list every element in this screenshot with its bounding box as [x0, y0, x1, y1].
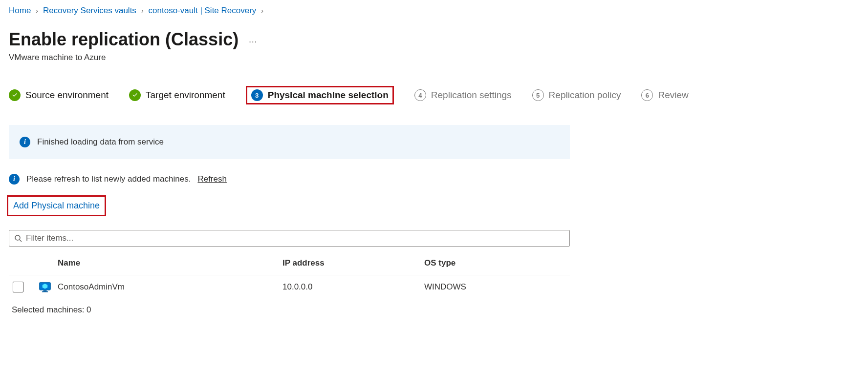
refresh-text: Please refresh to list newly added machi…	[26, 174, 191, 184]
breadcrumb-vaults[interactable]: Recovery Services vaults	[43, 6, 136, 16]
add-physical-machine-link[interactable]: Add Physical machine	[13, 201, 100, 210]
filter-input[interactable]	[26, 233, 564, 243]
step-target-environment[interactable]: Target environment	[129, 89, 225, 101]
step-number-icon: 5	[532, 89, 544, 101]
table-header: Name IP address OS type	[9, 251, 570, 275]
more-actions-button[interactable]: …	[248, 35, 258, 45]
refresh-link[interactable]: Refresh	[197, 174, 227, 184]
chevron-right-icon: ›	[36, 7, 38, 15]
svg-rect-6	[42, 291, 48, 292]
page-subtitle: VMware machine to Azure	[9, 53, 859, 62]
chevron-right-icon: ›	[261, 7, 263, 15]
info-icon: i	[9, 174, 20, 185]
svg-rect-5	[43, 290, 47, 291]
step-label: Replication policy	[549, 90, 621, 101]
step-physical-machine-selection[interactable]: 3 Physical machine selection	[246, 86, 394, 104]
cell-os: WINDOWS	[424, 282, 566, 292]
info-banner-message: Finished loading data from service	[37, 137, 164, 147]
info-icon: i	[20, 137, 30, 147]
step-number-icon: 6	[641, 89, 653, 101]
svg-point-0	[15, 235, 20, 240]
breadcrumb: Home › Recovery Services vaults › contos…	[9, 6, 859, 16]
machines-table: Name IP address OS type ContosoAdminVm 1…	[9, 251, 570, 321]
check-icon	[129, 89, 141, 101]
table-row[interactable]: ContosoAdminVm 10.0.0.0 WINDOWS	[9, 275, 570, 299]
col-header-ip[interactable]: IP address	[282, 258, 424, 268]
row-checkbox[interactable]	[13, 282, 23, 292]
cell-name: ContosoAdminVm	[58, 282, 282, 292]
selected-count: Selected machines: 0	[9, 299, 570, 321]
refresh-hint: i Please refresh to list newly added mac…	[9, 174, 859, 185]
step-source-environment[interactable]: Source environment	[9, 89, 108, 101]
step-label: Source environment	[25, 90, 108, 101]
chevron-right-icon: ›	[141, 7, 144, 15]
search-icon	[14, 234, 22, 242]
breadcrumb-vault-site-recovery[interactable]: contoso-vault | Site Recovery	[149, 6, 257, 16]
vm-icon	[38, 280, 52, 294]
step-label: Physical machine selection	[268, 90, 389, 101]
step-review[interactable]: 6 Review	[641, 89, 688, 101]
svg-line-1	[20, 240, 22, 242]
selected-value: 0	[87, 305, 91, 314]
info-banner: i Finished loading data from service	[9, 125, 570, 159]
wizard-steps: Source environment Target environment 3 …	[9, 86, 859, 104]
step-replication-policy[interactable]: 5 Replication policy	[532, 89, 621, 101]
step-replication-settings[interactable]: 4 Replication settings	[414, 89, 512, 101]
cell-ip: 10.0.0.0	[282, 282, 424, 292]
step-number-icon: 4	[414, 89, 426, 101]
step-label: Target environment	[146, 90, 225, 101]
selected-label: Selected machines:	[12, 305, 84, 314]
step-label: Replication settings	[431, 90, 512, 101]
page-title: Enable replication (Classic)	[9, 29, 239, 50]
add-physical-machine-highlight: Add Physical machine	[7, 195, 106, 216]
col-header-name[interactable]: Name	[58, 258, 282, 268]
col-header-os[interactable]: OS type	[424, 258, 566, 268]
step-label: Review	[658, 90, 688, 101]
filter-box[interactable]	[9, 230, 570, 247]
breadcrumb-home[interactable]: Home	[9, 6, 31, 16]
check-icon	[9, 89, 21, 101]
step-number-icon: 3	[251, 89, 263, 101]
